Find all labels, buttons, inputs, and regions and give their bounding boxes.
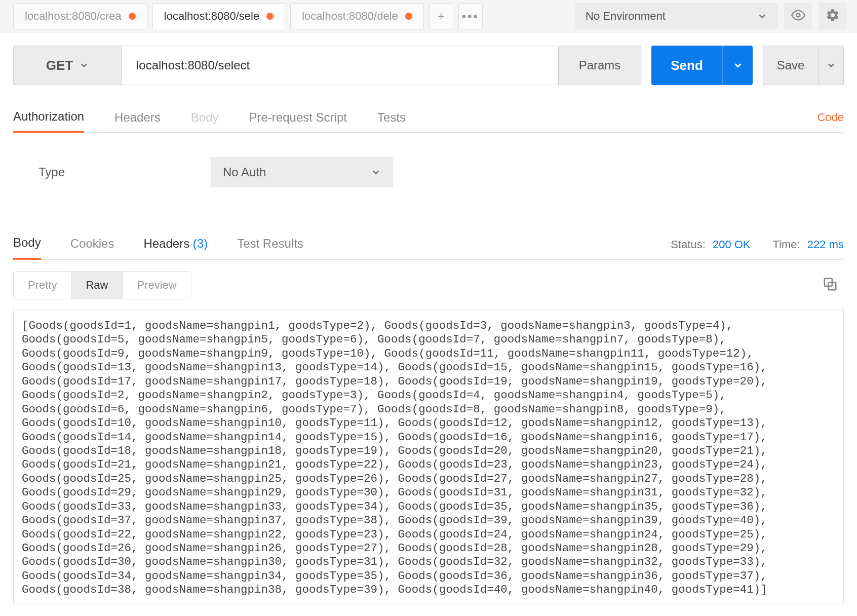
svg-point-0 — [797, 13, 800, 17]
chevron-down-icon — [79, 60, 89, 70]
http-method-selector[interactable]: GET — [13, 46, 122, 85]
tab-tests[interactable]: Tests — [377, 103, 406, 132]
resp-tab-headers[interactable]: Headers (3) — [143, 230, 208, 259]
params-button[interactable]: Params — [558, 46, 641, 85]
resp-tab-cookies[interactable]: Cookies — [70, 230, 114, 259]
auth-type-selector[interactable]: No Auth — [211, 157, 393, 187]
save-button[interactable]: Save — [763, 46, 819, 85]
auth-type-selected: No Auth — [223, 165, 266, 179]
copy-icon — [823, 285, 838, 293]
resp-tab-headers-label: Headers — [143, 237, 189, 250]
response-body-controls: Pretty Raw Preview — [13, 271, 844, 299]
chevron-down-icon — [371, 167, 381, 177]
unsaved-dot-icon — [405, 13, 412, 20]
chevron-down-icon — [826, 60, 836, 70]
plus-icon: + — [438, 9, 445, 23]
body-view-group: Pretty Raw Preview — [13, 271, 191, 299]
time-value: 222 ms — [807, 238, 844, 251]
view-pretty-button[interactable]: Pretty — [14, 272, 71, 299]
save-label: Save — [777, 58, 805, 72]
chevron-down-icon — [757, 11, 768, 22]
params-label: Params — [579, 58, 621, 72]
http-method-label: GET — [46, 58, 73, 73]
tab-overflow-button[interactable]: ••• — [458, 3, 483, 29]
ellipsis-icon: ••• — [462, 9, 479, 23]
save-dropdown-button[interactable] — [819, 46, 844, 85]
tab-request-1[interactable]: localhost:8080/sele — [152, 3, 285, 29]
resp-tab-body[interactable]: Body — [13, 229, 41, 260]
new-tab-button[interactable]: + — [429, 3, 453, 29]
status-label: Status: — [671, 238, 705, 251]
settings-button[interactable] — [819, 3, 847, 29]
tab-headers[interactable]: Headers — [114, 103, 161, 132]
response-body-text[interactable]: [Goods(goodsId=1, goodsName=shangpin1, g… — [13, 310, 844, 604]
status-value: 200 OK — [713, 238, 751, 251]
code-link[interactable]: Code — [817, 111, 844, 124]
top-strip: localhost:8080/crea localhost:8080/sele … — [0, 0, 857, 32]
environment-quicklook-button[interactable] — [784, 3, 812, 29]
unsaved-dot-icon — [129, 13, 136, 20]
request-tabs: Authorization Headers Body Pre-request S… — [13, 102, 844, 133]
copy-response-button[interactable] — [823, 277, 844, 294]
gear-icon — [826, 8, 840, 24]
top-right-controls: No Environment — [575, 3, 857, 29]
chevron-down-icon — [732, 60, 744, 71]
send-dropdown-button[interactable] — [722, 46, 753, 85]
resp-tab-tests[interactable]: Test Results — [237, 230, 303, 259]
status-field: Status: 200 OK — [671, 238, 750, 251]
save-button-group: Save — [763, 46, 844, 85]
environment-selector[interactable]: No Environment — [575, 3, 778, 29]
tab-bar: localhost:8080/crea localhost:8080/sele … — [13, 3, 483, 29]
tab-request-0[interactable]: localhost:8080/crea — [13, 3, 147, 29]
resp-tab-headers-count: (3) — [193, 237, 208, 250]
response-meta: Status: 200 OK Time: 222 ms — [671, 238, 844, 251]
request-url-input[interactable] — [122, 46, 558, 85]
response-tabs: Body Cookies Headers (3) Test Results St… — [13, 217, 844, 260]
view-preview-button[interactable]: Preview — [123, 272, 190, 299]
tab-body[interactable]: Body — [191, 103, 219, 132]
view-raw-button[interactable]: Raw — [71, 272, 123, 299]
time-label: Time: — [773, 238, 800, 251]
environment-selected-label: No Environment — [586, 10, 666, 23]
request-row: GET Params Send Save — [0, 32, 857, 85]
eye-icon — [791, 8, 805, 24]
send-label: Send — [671, 58, 703, 73]
tab-request-2[interactable]: localhost:8080/dele — [290, 3, 424, 29]
tab-label: localhost:8080/dele — [302, 10, 398, 23]
unsaved-dot-icon — [266, 13, 274, 20]
tab-prerequest[interactable]: Pre-request Script — [249, 103, 347, 132]
authorization-panel: Type No Auth — [6, 133, 851, 212]
tab-authorization[interactable]: Authorization — [13, 102, 84, 133]
time-field: Time: 222 ms — [773, 238, 844, 251]
auth-type-label: Type — [38, 165, 211, 179]
send-button[interactable]: Send — [651, 46, 722, 85]
tab-label: localhost:8080/crea — [25, 10, 122, 23]
tab-label: localhost:8080/sele — [164, 10, 259, 23]
send-button-group: Send — [651, 46, 753, 85]
